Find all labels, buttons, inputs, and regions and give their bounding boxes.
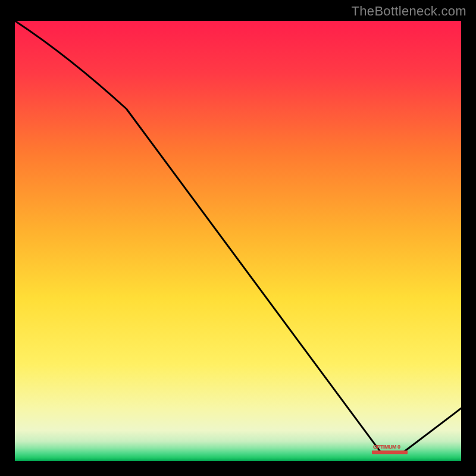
watermark-text: TheBottleneck.com <box>352 4 466 19</box>
gradient-rect <box>15 21 461 461</box>
optimum-label: OPTIMUM 0 <box>373 444 400 450</box>
optimum-marker <box>372 450 408 454</box>
chart-stage: TheBottleneck.com <box>0 0 476 476</box>
plot-area: OPTIMUM 0 <box>15 21 461 461</box>
chart-svg <box>15 21 461 461</box>
